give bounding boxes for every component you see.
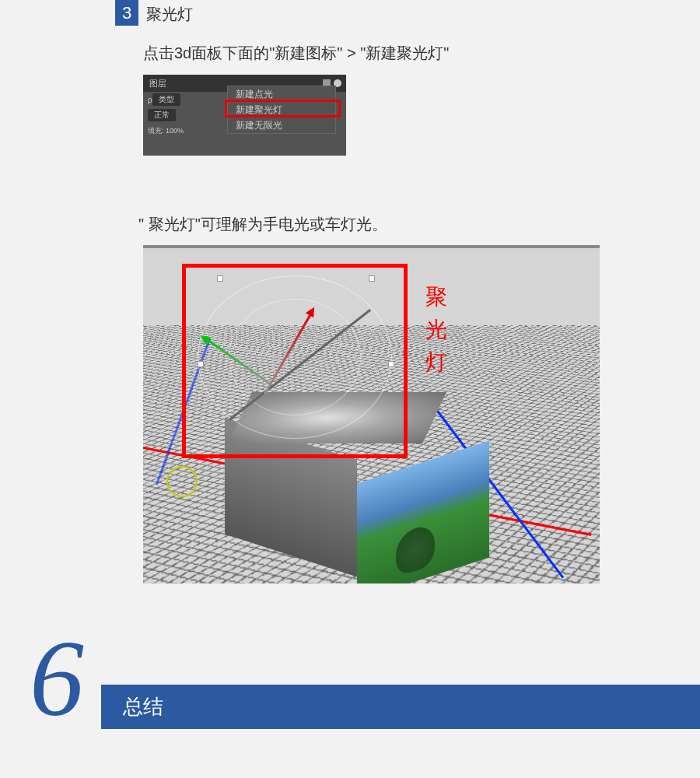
- label-char: 聚: [425, 281, 447, 314]
- spotlight-vertical-label: 聚 光 灯: [425, 281, 447, 379]
- section-title-bar: 总结: [101, 685, 700, 729]
- instruction-text: 点击3d面板下面的"新建图标" > "新建聚光灯": [143, 43, 449, 64]
- cone-handle: [217, 275, 223, 282]
- section-number: 6: [30, 624, 84, 733]
- explanation-text: " 聚光灯"可理解为手电光或车灯光。: [138, 214, 387, 235]
- layers-tab-label: 图层: [149, 78, 166, 89]
- secondary-view-gizmo: [166, 466, 198, 497]
- step-number-badge: 3: [115, 0, 138, 26]
- menu-item-infinite-light[interactable]: 新建无限光: [228, 117, 335, 133]
- cone-handle: [198, 361, 204, 367]
- spotlight-inner-circle: [229, 299, 361, 415]
- 3d-viewport-screenshot: 聚 光 灯: [143, 245, 600, 584]
- new-light-menu: 新建点光 新建聚光灯 新建无限光: [227, 86, 336, 134]
- search-icon: ρ: [148, 96, 152, 104]
- type-dropdown: 类型: [152, 93, 180, 106]
- cone-handle: [369, 275, 375, 282]
- label-char: 光: [425, 314, 447, 346]
- step-title: 聚光灯: [146, 4, 193, 25]
- cone-handle: [388, 361, 394, 367]
- menu-item-spotlight[interactable]: 新建聚光灯: [228, 102, 335, 117]
- label-char: 灯: [425, 346, 447, 379]
- blend-mode-dropdown: 正常: [148, 109, 176, 121]
- section-title-text: 总结: [123, 693, 163, 720]
- menu-item-point-light[interactable]: 新建点光: [228, 86, 335, 102]
